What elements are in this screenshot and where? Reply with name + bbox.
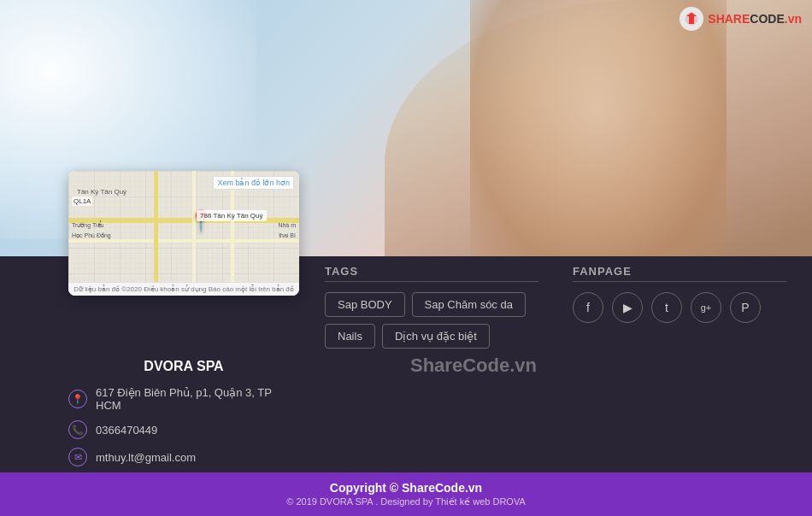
map-road-h2 [68,239,299,243]
right-section: TAGS Sap BODY Sap Chăm sóc da Nails Dịch… [325,265,786,362]
fanpage-area: FANPAGE f ▶ t g+ P [573,265,786,349]
sharecode-logo [680,7,703,31]
fanpage-title: FANPAGE [573,265,786,282]
footer-sub: © 2019 DVORA SPA . Designed by Thiết kế … [17,496,795,507]
google-plus-icon[interactable]: g+ [691,292,721,323]
phone-icon: 📞 [68,420,87,439]
tag-dich-vu[interactable]: Dịch vụ đặc biệt [382,324,490,349]
map-road-v1 [154,171,158,282]
contact-address: 617 Điện Biên Phủ, p1, Quận 3, TP HCM [96,386,299,412]
hero-person-face [470,0,727,273]
map-label2: Trường Tiểu [72,222,103,229]
tag-sap-body[interactable]: Sap BODY [325,292,405,317]
tags-area: TAGS Sap BODY Sap Chăm sóc da Nails Dịch… [325,265,538,349]
footer-copyright: Copyright © ShareCode.vn [17,481,795,495]
map-label4: Nhà m [278,222,296,228]
sharecode-logo-icon [684,11,699,26]
map-card: Xem bản đồ lớn hơn Tân Kỳ Tân Quý QL1A T… [68,171,299,296]
footer: Copyright © ShareCode.vn © 2019 DVORA SP… [0,472,812,516]
location-icon: 📍 [68,390,87,408]
sharecode-label: SHARECODE.vn [708,12,802,26]
tag-nails[interactable]: Nails [325,324,375,349]
map-label5: thai Bì [279,232,296,238]
map-district-label: Tân Kỳ Tân Quý [77,188,127,196]
spa-name: DVORA SPA [68,359,299,374]
tag-buttons: Sap BODY Sap Chăm sóc da Nails Dịch vụ đ… [325,292,538,349]
facebook-icon[interactable]: f [573,292,603,323]
twitter-icon[interactable]: t [651,292,682,323]
map-address-label: 786 Tân Kỳ Tân Quý [197,210,267,221]
map-bottom-bar: Dữ liệu bản đồ ©2020 Điều khoản sử dụng … [68,282,299,296]
contact-address-item: 📍 617 Điện Biên Phủ, p1, Quận 3, TP HCM [68,386,299,412]
map-label3: Học Phú Đồng [72,232,111,239]
sharecode-badge: SHARECODE.vn [680,7,802,31]
tags-fanpage-row: TAGS Sap BODY Sap Chăm sóc da Nails Dịch… [325,265,786,349]
contact-phone: 0366470449 [96,424,157,437]
map-area: Xem bản đồ lớn hơn Tân Kỳ Tân Quý QL1A T… [68,171,299,282]
contact-email-item: ✉ mthuy.lt@gmail.com [68,448,299,466]
social-icons: f ▶ t g+ P [573,292,786,323]
contact-email: mthuy.lt@gmail.com [96,451,196,464]
map-road-label: QL1A [72,196,92,206]
contact-phone-item: 📞 0366470449 [68,420,299,439]
pinterest-icon[interactable]: P [730,292,761,323]
tags-title: TAGS [325,265,538,282]
map-link[interactable]: Xem bản đồ lớn hơn [213,176,294,190]
youtube-icon[interactable]: ▶ [612,292,643,323]
email-icon: ✉ [68,448,87,466]
tag-sap-cham-soc-da[interactable]: Sap Chăm sóc da [412,292,526,317]
